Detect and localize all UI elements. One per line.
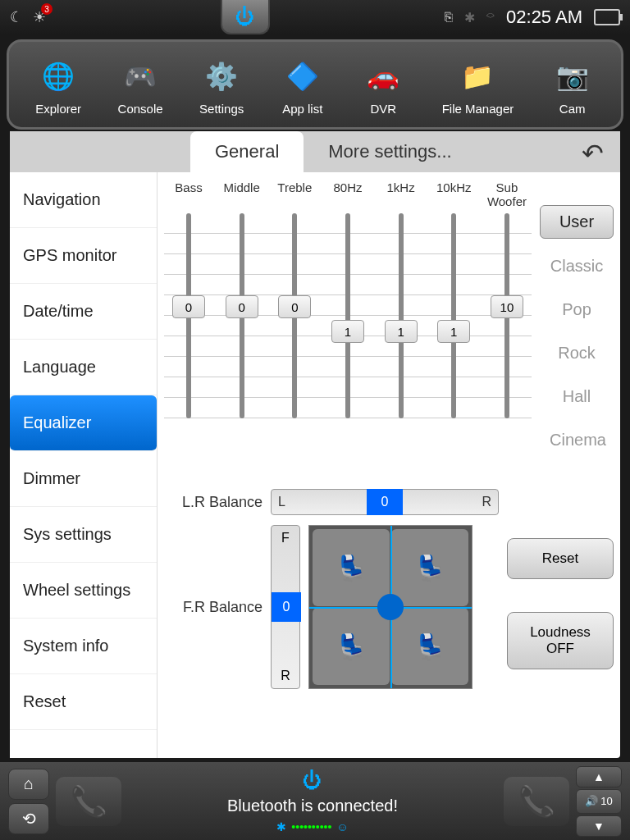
app-label: DVR [370, 102, 396, 116]
app-label: Settings [199, 102, 244, 116]
sidebar-item-language[interactable]: Language [10, 340, 157, 395]
sidebar-item-wheel-settings[interactable]: Wheel settings [10, 563, 157, 619]
back-nav-button[interactable]: ⟲ [8, 803, 49, 834]
eq-band-label: Sub Woofer [486, 180, 528, 208]
sidebar-item-dimmer[interactable]: Dimmer [10, 451, 157, 507]
fr-balance-thumb[interactable]: 0 [272, 592, 301, 622]
eq-thumb[interactable]: 1 [331, 320, 364, 343]
eq-band-label: 80Hz [326, 180, 369, 208]
call-answer-button[interactable]: 📞 [56, 777, 121, 826]
seat-rl: 💺 [313, 608, 390, 685]
sidebar-item-navigation[interactable]: Navigation [10, 172, 157, 228]
lr-balance-thumb[interactable]: 0 [367, 489, 403, 515]
app-icon: 🚗 [361, 54, 405, 98]
settings-panel: General More settings... ↶ NavigationGPS… [10, 131, 620, 758]
tab-more-settings[interactable]: More settings... [304, 131, 476, 172]
lr-left-label: L [278, 495, 285, 509]
fr-balance-label: F.R Balance [164, 599, 262, 616]
power-icon[interactable]: ⏻ [303, 769, 322, 792]
connection-indicator: ✱••••••••••☺ [276, 820, 348, 833]
app-icon: 📁 [455, 54, 500, 98]
eq-slider-80hz[interactable]: 1 [326, 213, 369, 418]
fr-balance-slider[interactable]: F 0 R [271, 525, 300, 689]
status-bar: ☾ ☀3 ⏻ ⎘ ✱ ⌔ 02:25 AM [0, 0, 630, 34]
eq-thumb[interactable]: 0 [278, 295, 311, 318]
eq-slider-subwoofer[interactable]: 10 [486, 213, 528, 418]
app-icon: 🔷 [281, 54, 325, 98]
sidebar-item-date-time[interactable]: Date/time [10, 284, 157, 340]
eq-band-label: Treble [273, 180, 316, 208]
lr-balance-label: L.R Balance [164, 494, 262, 511]
app-icon: ⚙️ [199, 54, 244, 98]
app-icon: 📷 [550, 54, 595, 98]
brightness-icon: ☀3 [33, 8, 46, 26]
seat-rr: 💺 [391, 608, 468, 685]
eq-thumb[interactable]: 1 [385, 320, 418, 343]
app-icon: 🎮 [118, 54, 162, 98]
sidebar-item-system-info[interactable]: System info [10, 619, 157, 674]
eq-slider-middle[interactable]: 0 [221, 213, 263, 418]
preset-rock[interactable]: Rock [540, 337, 614, 369]
sidebar-item-equalizer[interactable]: Equalizer [10, 395, 157, 451]
reset-button[interactable]: Reset [507, 538, 614, 579]
preset-user[interactable]: User [540, 205, 614, 239]
tab-general[interactable]: General [190, 131, 304, 172]
app-label: App list [282, 102, 322, 116]
app-icon: 🌐 [36, 54, 80, 98]
preset-hall[interactable]: Hall [540, 381, 614, 413]
volume-up-button[interactable]: ▲ [576, 766, 622, 788]
app-dock: 🌐Explorer🎮Console⚙️Settings🔷App list🚗DVR… [7, 39, 623, 130]
bluetooth-icon: ✱ [464, 10, 475, 25]
seat-fl: 💺 [313, 529, 390, 606]
app-label: Cam [559, 102, 586, 116]
balance-point[interactable] [377, 594, 404, 620]
equalizer-panel: BassMiddleTreble80Hz1kHz10kHzSub Woofer … [158, 172, 620, 758]
seat-balance-grid[interactable]: 💺 💺 💺 💺 [308, 525, 472, 689]
eq-thumb[interactable]: 0 [226, 295, 258, 318]
lr-balance-slider[interactable]: L 0 R [271, 489, 499, 515]
eq-slider-bass[interactable]: 0 [167, 213, 210, 418]
home-button[interactable]: ⌂ [8, 769, 49, 800]
preset-classic[interactable]: Classic [540, 250, 614, 282]
eq-band-label: Middle [221, 180, 263, 208]
eq-slider-1khz[interactable]: 1 [380, 213, 422, 418]
moon-icon: ☾ [10, 8, 23, 26]
app-console[interactable]: 🎮Console [118, 54, 163, 116]
bottom-bar: ⌂ ⟲ 📞 ⏻ Bluetooth is connected! ✱•••••••… [0, 762, 630, 840]
app-explorer[interactable]: 🌐Explorer [35, 54, 81, 116]
eq-band-label: Bass [167, 180, 210, 208]
eq-thumb[interactable]: 10 [491, 295, 523, 318]
power-button-top[interactable]: ⏻ [221, 0, 270, 34]
volume-down-button[interactable]: ▼ [576, 815, 622, 837]
usb-icon: ⎘ [445, 10, 453, 25]
settings-sidebar: NavigationGPS monitorDate/timeLanguageEq… [10, 172, 158, 758]
app-app-list[interactable]: 🔷App list [281, 54, 325, 116]
eq-slider-treble[interactable]: 0 [273, 213, 316, 418]
sidebar-item-sys-settings[interactable]: Sys settings [10, 507, 157, 563]
preset-pop[interactable]: Pop [540, 294, 614, 326]
bluetooth-status: Bluetooth is connected! [227, 797, 398, 815]
tabs: General More settings... ↶ [10, 131, 620, 172]
preset-cinema[interactable]: Cinema [540, 424, 614, 456]
wifi-icon: ⌔ [486, 10, 495, 25]
battery-icon [594, 9, 620, 25]
app-cam[interactable]: 📷Cam [550, 54, 595, 116]
app-label: Explorer [35, 102, 81, 116]
eq-thumb[interactable]: 1 [437, 320, 470, 343]
loudness-button[interactable]: Loudness OFF [507, 612, 614, 669]
eq-band-label: 10kHz [432, 180, 475, 208]
app-label: File Manager [442, 102, 514, 116]
sidebar-item-gps-monitor[interactable]: GPS monitor [10, 228, 157, 284]
sidebar-item-reset[interactable]: Reset [10, 674, 157, 730]
clock: 02:25 AM [506, 7, 582, 28]
eq-band-label: 1kHz [380, 180, 422, 208]
eq-thumb[interactable]: 0 [172, 295, 205, 318]
call-end-button[interactable]: 📞 [504, 777, 569, 826]
app-dvr[interactable]: 🚗DVR [361, 54, 405, 116]
app-file-manager[interactable]: 📁File Manager [442, 54, 514, 116]
eq-slider-10khz[interactable]: 1 [432, 213, 475, 418]
lr-right-label: R [482, 495, 491, 509]
app-settings[interactable]: ⚙️Settings [199, 54, 244, 116]
back-button[interactable]: ↶ [582, 138, 604, 169]
volume-display[interactable]: 🔊 10 [576, 789, 622, 814]
